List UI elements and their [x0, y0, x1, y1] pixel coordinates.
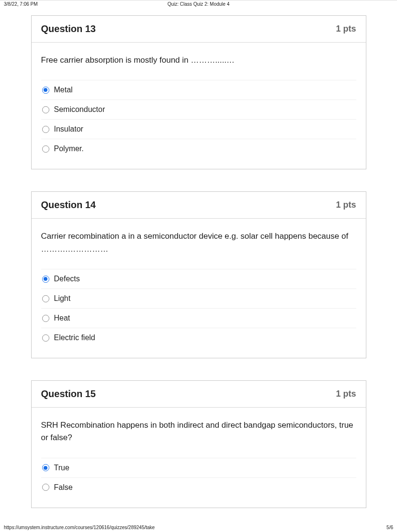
option-false[interactable]: False: [41, 478, 356, 497]
print-footer: https://umsystem.instructure.com/courses…: [0, 525, 397, 530]
radio-icon: [42, 315, 49, 322]
question-header: Question 15 1 pts: [32, 381, 366, 408]
option-light[interactable]: Light: [41, 289, 356, 309]
option-label: Defects: [54, 275, 80, 283]
question-points: 1 pts: [336, 24, 356, 34]
option-heat[interactable]: Heat: [41, 309, 356, 328]
options-list: Defects Light Heat Electric field: [41, 269, 356, 347]
options-list: True False: [41, 458, 356, 497]
question-points: 1 pts: [336, 200, 356, 210]
option-true[interactable]: True: [41, 458, 356, 478]
question-body: Free carrier absorption is mostly found …: [32, 43, 366, 169]
option-polymer[interactable]: Polymer.: [41, 139, 356, 158]
page: 3/8/22, 7:06 PM Quiz: Class Quiz 2: Modu…: [0, 0, 397, 532]
radio-icon: [42, 145, 49, 153]
radio-icon: [42, 87, 49, 94]
question-text: SRH Recombination happens in both indire…: [41, 419, 356, 444]
question-card-13: Question 13 1 pts Free carrier absorptio…: [31, 15, 366, 169]
question-text: Carrier recombination a in a semiconduct…: [41, 230, 356, 255]
option-label: Metal: [54, 86, 73, 94]
print-header: 3/8/22, 7:06 PM: [0, 0, 397, 7]
option-defects[interactable]: Defects: [41, 269, 356, 289]
radio-icon: [42, 484, 49, 491]
option-label: Light: [54, 294, 71, 303]
option-label: Polymer.: [54, 144, 84, 153]
print-timestamp: 3/8/22, 7:06 PM: [4, 1, 38, 7]
question-points: 1 pts: [336, 389, 356, 399]
option-insulator[interactable]: Insulator: [41, 120, 356, 139]
option-label: Insulator: [54, 125, 83, 133]
question-text: Free carrier absorption is mostly found …: [41, 54, 356, 66]
radio-icon: [42, 464, 49, 471]
radio-icon: [42, 295, 49, 302]
question-card-15: Question 15 1 pts SRH Recombination happ…: [31, 380, 366, 508]
option-label: False: [54, 483, 73, 492]
option-electric-field[interactable]: Electric field: [41, 328, 356, 347]
options-list: Metal Semiconductor Insulator Polymer.: [41, 80, 356, 158]
question-body: Carrier recombination a in a semiconduct…: [32, 219, 366, 358]
radio-icon: [42, 276, 49, 283]
footer-page: 5/6: [386, 525, 393, 530]
footer-url: https://umsystem.instructure.com/courses…: [4, 525, 155, 530]
option-label: Semiconductor: [54, 105, 105, 114]
radio-icon: [42, 106, 49, 113]
question-title: Question 13: [41, 23, 96, 34]
quiz-content: Question 13 1 pts Free carrier absorptio…: [0, 7, 397, 527]
radio-icon: [42, 126, 49, 133]
question-card-14: Question 14 1 pts Carrier recombination …: [31, 191, 366, 358]
option-semiconductor[interactable]: Semiconductor: [41, 100, 356, 120]
question-header: Question 13 1 pts: [32, 16, 366, 43]
question-title: Question 15: [41, 388, 96, 399]
option-label: Electric field: [54, 333, 95, 342]
question-title: Question 14: [41, 200, 96, 211]
option-label: True: [54, 464, 69, 472]
question-header: Question 14 1 pts: [32, 192, 366, 219]
question-body: SRH Recombination happens in both indire…: [32, 408, 366, 508]
option-label: Heat: [54, 314, 70, 322]
radio-icon: [42, 334, 49, 342]
option-metal[interactable]: Metal: [41, 80, 356, 100]
